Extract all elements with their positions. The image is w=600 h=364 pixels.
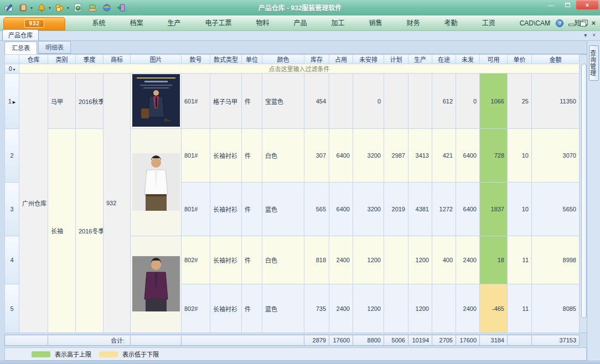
cell-available[interactable]: 18 — [480, 236, 508, 284]
cell-in-transit[interactable]: 400 — [432, 236, 456, 284]
filter-dropdown-icon[interactable]: ▾ — [13, 67, 15, 71]
col-unshipped[interactable]: 未发 — [456, 55, 480, 64]
cell-brand-merged[interactable]: 932 — [104, 74, 131, 333]
cell-unit[interactable]: 件 — [242, 183, 262, 236]
col-in-transit[interactable]: 在途 — [432, 55, 456, 64]
cell-unit[interactable]: 件 — [242, 129, 262, 183]
cell-style-type[interactable]: 长袖衬衫 — [210, 183, 242, 236]
col-amount[interactable]: 金额 — [532, 55, 580, 64]
window-minimize-button[interactable]: — — [542, 0, 559, 10]
cell-style-type[interactable]: 长袖衬衫 — [210, 236, 242, 284]
cell-style-type[interactable]: 长袖衬衫 — [210, 129, 242, 183]
cell-style-no[interactable]: 802# — [182, 236, 210, 284]
cell-price[interactable]: 10 — [508, 183, 532, 236]
cell-unshipped[interactable]: 2400 — [456, 284, 480, 333]
cell-plan[interactable]: 2987 — [384, 129, 408, 183]
bell-dropdown-icon[interactable]: ▾ — [49, 6, 51, 11]
cell-season[interactable]: 2016秋季 — [76, 74, 104, 129]
cell-production[interactable]: 1200 — [408, 284, 432, 333]
cell-unplanned[interactable]: 1200 — [353, 236, 384, 284]
cell-amount[interactable]: 11350 — [532, 74, 580, 129]
notebook-dropdown-icon[interactable]: ▾ — [30, 6, 33, 11]
favorite-icon[interactable]: ♡ — [545, 19, 551, 27]
col-season[interactable]: 季度 — [76, 55, 104, 64]
cell-unplanned[interactable]: 3200 — [353, 183, 384, 236]
menu-item-system[interactable]: 系统 — [80, 16, 117, 30]
cell-style-type[interactable]: 格子马甲 — [210, 74, 242, 129]
cell-season-merged[interactable]: 2016冬季 — [76, 129, 104, 333]
tab-summary[interactable]: 汇总表 — [4, 41, 37, 54]
menu-item-production[interactable]: 生产 — [156, 16, 193, 30]
help-icon[interactable]: ? — [556, 19, 563, 27]
col-plan[interactable]: 计划 — [384, 55, 408, 64]
cell-image-vest-poster[interactable] — [131, 74, 182, 129]
tab-close-icon[interactable]: × — [592, 32, 596, 38]
tab-detail[interactable]: 明细表 — [38, 41, 71, 54]
col-style-no[interactable]: 款号 — [182, 55, 210, 64]
tab-product-warehouse[interactable]: 产品仓库 — [2, 29, 39, 40]
cell-production[interactable] — [408, 74, 432, 129]
col-production[interactable]: 生产 — [408, 55, 432, 64]
cell-price[interactable]: 11 — [508, 236, 532, 284]
child-restore-icon[interactable] — [580, 22, 586, 27]
app-ribbon-button[interactable]: 932 — [3, 17, 65, 30]
cell-occupied[interactable]: 2400 — [329, 284, 353, 333]
menu-item-material[interactable]: 物料 — [244, 16, 282, 30]
cell-plan[interactable]: 2019 — [384, 183, 408, 236]
menu-item-product[interactable]: 产品 — [282, 16, 319, 30]
cell-image-purple-shirt[interactable] — [131, 236, 182, 333]
menu-item-eticket[interactable]: 电子工票 — [193, 16, 244, 30]
cell-color[interactable]: 蓝色 — [262, 284, 304, 333]
cell-unit[interactable]: 件 — [242, 284, 262, 333]
cell-color[interactable]: 蓝色 — [262, 183, 304, 236]
menu-item-attendance[interactable]: 考勤 — [432, 16, 470, 30]
cell-unshipped[interactable]: 2400 — [456, 236, 480, 284]
cell-price[interactable]: 10 — [508, 129, 532, 183]
cell-in-transit[interactable]: 421 — [432, 129, 456, 183]
cell-amount[interactable]: 8998 — [532, 236, 580, 284]
cell-image-white-shirt[interactable] — [131, 129, 182, 236]
cell-plan[interactable] — [384, 236, 408, 284]
exit-door-icon[interactable] — [116, 2, 127, 13]
col-available[interactable]: 可用 — [480, 55, 508, 64]
cell-production[interactable]: 4381 — [408, 183, 432, 236]
filter-input[interactable]: 点击这里输入过滤条件 — [19, 64, 580, 74]
cell-unplanned[interactable]: 1200 — [353, 284, 384, 333]
dock-tab-query-management[interactable]: 查询管理 — [589, 45, 599, 81]
cell-stock[interactable]: 307 — [304, 129, 329, 183]
cell-occupied[interactable]: 6400 — [329, 129, 353, 183]
cell-style-no[interactable]: 801# — [182, 183, 210, 236]
cell-unplanned[interactable]: 3200 — [353, 129, 384, 183]
cell-production[interactable]: 1200 — [408, 236, 432, 284]
cell-available[interactable]: -465 — [480, 284, 508, 333]
cell-color[interactable]: 白色 — [262, 236, 304, 284]
cell-available[interactable]: 728 — [480, 129, 508, 183]
cell-in-transit[interactable]: 1272 — [432, 183, 456, 236]
cell-occupied[interactable]: 6400 — [329, 183, 353, 236]
window-close-button[interactable]: × — [576, 0, 599, 10]
hand-money-icon[interactable] — [87, 2, 98, 13]
col-style-type[interactable]: 款式类型 — [210, 55, 242, 64]
menu-item-archive[interactable]: 档案 — [117, 16, 155, 30]
globe-user-icon[interactable] — [101, 2, 112, 13]
col-color[interactable]: 颜色 — [262, 55, 304, 64]
coins-icon[interactable] — [54, 2, 65, 13]
menu-item-sales[interactable]: 销售 — [357, 16, 395, 30]
cell-warehouse-merged[interactable]: 广州仓库 — [19, 74, 48, 333]
cell-unshipped[interactable]: 0 — [456, 74, 480, 129]
cell-stock[interactable]: 818 — [304, 236, 329, 284]
cell-plan[interactable] — [384, 284, 408, 333]
cell-plan[interactable] — [384, 74, 408, 129]
cell-occupied[interactable] — [329, 74, 353, 129]
cell-amount[interactable]: 8085 — [532, 284, 580, 333]
cell-price[interactable]: 25 — [508, 74, 532, 129]
edit-card-icon[interactable] — [3, 2, 14, 13]
cell-price[interactable]: 11 — [508, 284, 532, 333]
notebook-icon[interactable] — [18, 2, 29, 13]
col-image[interactable]: 图片 — [131, 55, 182, 64]
cell-amount[interactable]: 5650 — [532, 183, 580, 236]
col-unit[interactable]: 单位 — [242, 55, 262, 64]
cell-available[interactable]: 1837 — [480, 183, 508, 236]
col-category[interactable]: 类别 — [48, 55, 76, 64]
tab-list-dropdown-icon[interactable]: ▾ — [584, 32, 587, 38]
